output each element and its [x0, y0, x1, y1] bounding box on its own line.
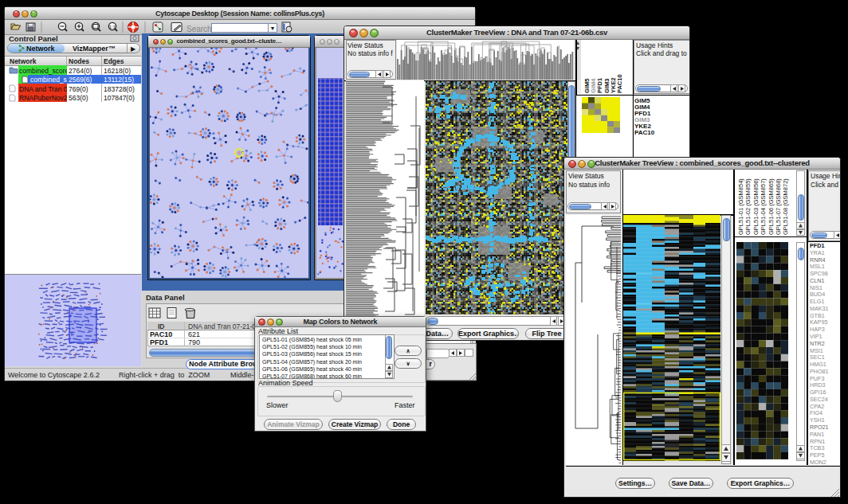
svg-text:1:1: 1:1: [109, 25, 116, 29]
